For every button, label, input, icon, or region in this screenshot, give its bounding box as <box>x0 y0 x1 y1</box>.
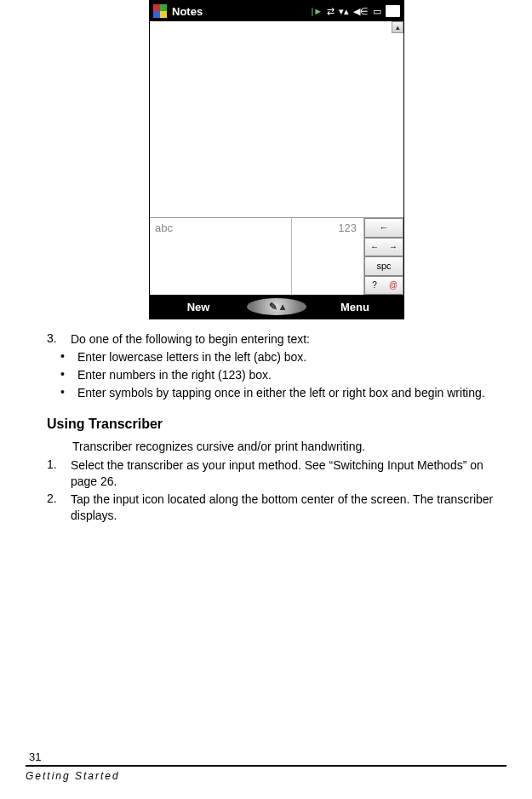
new-button[interactable]: New <box>150 301 247 313</box>
bullet: • <box>60 367 77 383</box>
space-key[interactable]: spc <box>364 256 403 276</box>
windows-flag-icon <box>153 4 167 18</box>
bullet: • <box>60 385 77 401</box>
antenna-icon: ▾▴ <box>339 6 349 17</box>
signal-icon: |► <box>311 6 323 16</box>
step-text: Do one of the following to begin enterin… <box>71 331 506 348</box>
pencil-icon: ✎ <box>269 301 277 313</box>
bottom-bar: New ✎ ▴ Menu <box>150 295 403 319</box>
abc-label: abc <box>155 221 173 234</box>
right-key[interactable]: → <box>384 242 403 251</box>
backspace-key[interactable]: ← <box>364 218 403 238</box>
step-text: Select the transcriber as your input met… <box>71 457 506 490</box>
scroll-up-button[interactable]: ▴ <box>392 21 403 33</box>
dropdown-icon: ▴ <box>280 301 285 313</box>
step-text: Tap the input icon located along the bot… <box>71 491 506 524</box>
footer-rule <box>26 765 506 767</box>
document-body: 3. Do one of the following to begin ente… <box>47 331 506 524</box>
arrow-keys[interactable]: ← → <box>364 238 403 257</box>
status-icons: |► ⇄ ▾▴ ◀∈ ▭ ok <box>311 5 400 17</box>
speaker-icon: ◀∈ <box>353 6 369 17</box>
at-key[interactable]: @ <box>384 280 403 290</box>
bullet-text: Enter numbers in the right (123) box. <box>77 367 506 383</box>
bullet-text: Enter symbols by tapping once in either … <box>77 385 506 401</box>
bullet: • <box>60 349 77 365</box>
123-label: 123 <box>338 221 357 234</box>
section-heading: Using Transcriber <box>47 417 506 432</box>
ok-button[interactable]: ok <box>386 5 400 17</box>
hw-divider <box>291 218 292 295</box>
symbol-keys[interactable]: ? @ <box>364 276 403 296</box>
bullet-text: Enter lowercase letters in the left (abc… <box>77 349 506 365</box>
menu-button[interactable]: Menu <box>306 301 403 313</box>
page-number: 31 <box>29 750 506 763</box>
device-screenshot: Notes |► ⇄ ▾▴ ◀∈ ▭ ok ▴ abc 123 ← ← <box>149 0 404 319</box>
battery-icon: ▭ <box>373 6 381 17</box>
titlebar: Notes |► ⇄ ▾▴ ◀∈ ▭ ok <box>150 1 403 21</box>
left-key[interactable]: ← <box>365 242 384 251</box>
step-number: 2. <box>47 491 71 524</box>
page-footer: 31 Getting Started <box>26 750 506 782</box>
input-panel: abc 123 ← ← → spc ? @ <box>150 217 403 295</box>
handwriting-area[interactable]: abc 123 <box>150 218 364 295</box>
sync-icon: ⇄ <box>327 6 335 17</box>
note-canvas[interactable]: ▴ <box>150 21 403 217</box>
section-intro: Transcriber recognizes cursive and/or pr… <box>72 439 506 455</box>
step-number: 3. <box>47 331 71 348</box>
input-method-button[interactable]: ✎ ▴ <box>247 298 306 315</box>
footer-section-title: Getting Started <box>26 770 506 782</box>
question-key[interactable]: ? <box>365 280 384 290</box>
step-number: 1. <box>47 457 71 490</box>
app-title: Notes <box>172 5 306 18</box>
